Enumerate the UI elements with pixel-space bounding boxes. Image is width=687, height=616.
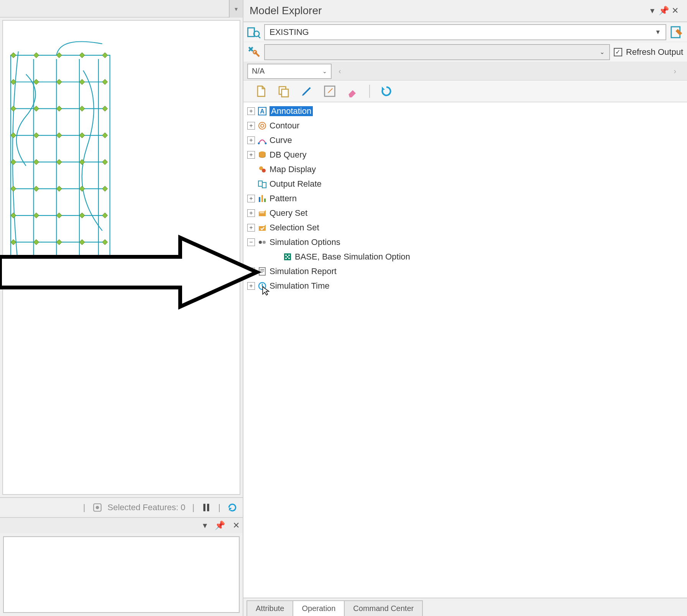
svg-rect-2 [204, 504, 205, 511]
close-icon[interactable]: ✕ [233, 521, 240, 531]
tree-item-queryset[interactable]: +Query Set [243, 206, 687, 220]
svg-rect-3 [207, 504, 209, 511]
bottom-tabs: AttributeOperationCommand Center [243, 598, 687, 616]
refresh-icon[interactable] [227, 503, 237, 513]
tree-item-label: Output Relate [270, 179, 322, 189]
tree-item-selectionset[interactable]: +Selection Set [243, 220, 687, 235]
scenario-value: EXISTING [270, 27, 309, 37]
pin-icon[interactable]: 📌 [658, 6, 669, 16]
edit-box-icon[interactable] [323, 85, 336, 98]
tree-item-label: Contour [270, 121, 299, 131]
tree-item-label: Simulation Time [270, 281, 330, 291]
selected-features-icon [92, 503, 102, 513]
tree-item-pattern[interactable]: +Pattern [243, 191, 687, 206]
tree-item-mapdisplay[interactable]: Map Display [243, 162, 687, 177]
na-combo[interactable]: N/A ⌄ [247, 64, 332, 79]
expand-icon[interactable]: + [247, 224, 255, 232]
simoptions-icon [257, 237, 267, 247]
expand-icon[interactable]: + [247, 209, 255, 217]
panel-menu-icon[interactable]: ▾ [646, 6, 658, 16]
close-icon[interactable]: ✕ [669, 6, 681, 16]
refresh-output-checkbox[interactable]: ✓ [614, 48, 622, 56]
panel-title: Model Explorer [250, 5, 322, 17]
tree-item-dbquery[interactable]: +DB Query [243, 148, 687, 162]
expand-icon[interactable]: + [247, 122, 255, 130]
expand-icon[interactable]: + [247, 107, 255, 115]
svg-rect-4 [248, 28, 254, 36]
svg-text:A: A [260, 108, 265, 115]
na-row: N/A ⌄ ‹ › [243, 62, 687, 80]
tree-item-contour[interactable]: +Contour [243, 118, 687, 133]
scenario-row: EXISTING ▼ [243, 22, 687, 42]
chevron-down-icon: ⌄ [600, 48, 605, 56]
tree-item-A[interactable]: +AAnnotation [243, 104, 687, 118]
tab-attribute[interactable]: Attribute [247, 600, 293, 616]
pattern-icon [257, 194, 267, 204]
outputrelate-icon [257, 179, 267, 189]
svg-point-31 [288, 255, 290, 256]
A-icon: A [257, 106, 267, 116]
svg-point-34 [287, 256, 288, 258]
svg-rect-23 [259, 197, 260, 202]
refresh-output-label: Refresh Output [626, 47, 683, 57]
svg-point-30 [285, 255, 287, 256]
svg-point-8 [253, 50, 257, 54]
map-viewport[interactable] [2, 20, 240, 495]
expand-icon[interactable]: + [247, 195, 255, 202]
svg-point-17 [265, 143, 267, 145]
svg-point-15 [261, 124, 264, 127]
tree-item-label: DB Query [270, 150, 307, 160]
chevron-down-icon: ▼ [655, 29, 661, 36]
lower-panel-body[interactable] [3, 536, 240, 613]
svg-point-1 [95, 506, 99, 509]
viewport-status-bar: | Selected Features: 0 | | [0, 497, 243, 517]
tab-command-center[interactable]: Command Center [344, 600, 423, 616]
svg-rect-26 [260, 212, 264, 213]
panel-title-bar: Model Explorer ▾ 📌 ✕ [243, 0, 687, 22]
eraser-icon[interactable] [346, 85, 359, 98]
map-viewport-panel: ▾ [0, 0, 243, 616]
panel-menu-icon[interactable]: ▾ [203, 521, 207, 531]
expand-icon[interactable]: + [247, 268, 255, 275]
scenario-combo[interactable]: EXISTING ▼ [264, 24, 666, 40]
nav-next-icon[interactable]: › [674, 67, 676, 76]
selected-features-label: Selected Features: 0 [108, 503, 186, 513]
expand-icon[interactable]: + [247, 136, 255, 144]
svg-rect-25 [264, 199, 266, 202]
copy-icon[interactable] [277, 85, 290, 98]
reload-icon[interactable] [380, 85, 393, 98]
svg-point-27 [259, 241, 262, 244]
filter-combo[interactable]: ⌄ [264, 44, 610, 60]
queryset-icon [257, 208, 267, 218]
tools-icon[interactable] [247, 46, 260, 59]
svg-rect-21 [258, 181, 262, 186]
nav-prev-icon[interactable]: ‹ [339, 67, 341, 76]
na-value: N/A [252, 67, 265, 76]
tab-operation[interactable]: Operation [293, 600, 345, 616]
tree-item-simtime[interactable]: +Simulation Time [243, 279, 687, 293]
tree-item-simoptions[interactable]: −Simulation Options [243, 235, 687, 250]
chevron-down-icon: ⌄ [322, 68, 327, 74]
tree-item-curve[interactable]: +Curve [243, 133, 687, 148]
viewport-header: ▾ [0, 0, 243, 18]
pause-icon[interactable] [201, 503, 211, 513]
svg-rect-36 [260, 269, 264, 270]
find-model-icon[interactable] [247, 26, 260, 39]
simreport-icon [257, 266, 267, 276]
operation-tree[interactable]: +AAnnotation+Contour+Curve+DB QueryMap D… [243, 102, 687, 598]
new-item-icon[interactable] [254, 85, 267, 98]
svg-rect-24 [261, 195, 263, 202]
tree-item-simreport[interactable]: +Simulation Report [243, 264, 687, 279]
edit-pencil-icon[interactable] [300, 85, 313, 98]
tree-item-simbase[interactable]: BASE, Base Simulation Option [243, 250, 687, 264]
expand-icon[interactable]: + [247, 282, 255, 290]
collapse-icon[interactable]: − [247, 238, 255, 246]
edit-scenario-icon[interactable] [670, 26, 683, 39]
expand-icon[interactable]: + [247, 151, 255, 159]
tree-item-label: Annotation [270, 106, 313, 116]
viewport-dropdown[interactable]: ▾ [229, 0, 243, 18]
svg-line-6 [258, 36, 260, 38]
tree-item-outputrelate[interactable]: Output Relate [243, 177, 687, 191]
model-explorer-panel: Model Explorer ▾ 📌 ✕ EXISTING ▼ [243, 0, 687, 616]
pin-icon[interactable]: 📌 [215, 521, 225, 531]
